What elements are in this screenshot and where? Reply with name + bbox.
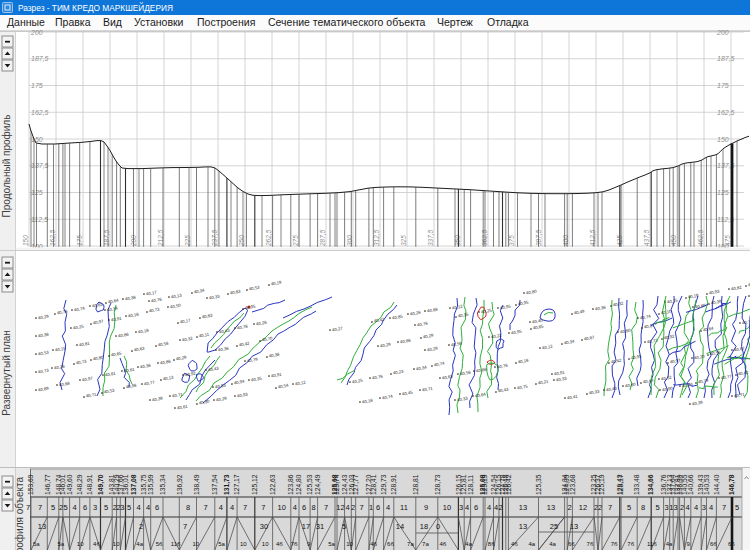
svg-text:11б: 11б	[171, 541, 181, 547]
svg-text:7: 7	[26, 503, 30, 512]
svg-text:146,78: 146,78	[728, 474, 736, 495]
svg-text:5б: 5б	[156, 541, 163, 547]
svg-text:6: 6	[474, 503, 478, 512]
svg-text:148,29: 148,29	[76, 474, 83, 495]
svg-text:30: 30	[260, 522, 268, 531]
svg-text:3: 3	[459, 503, 463, 512]
svg-text:212,5: 212,5	[157, 229, 164, 247]
svg-text:7а: 7а	[407, 541, 414, 547]
svg-text:Правка: Правка	[55, 16, 91, 28]
svg-text:126,42: 126,42	[505, 474, 512, 495]
svg-text:7: 7	[324, 503, 328, 512]
svg-text:125,74: 125,74	[333, 474, 340, 495]
svg-text:5: 5	[51, 503, 55, 512]
svg-text:4а: 4а	[666, 541, 673, 547]
svg-text:2: 2	[498, 503, 502, 512]
svg-text:4: 4	[487, 503, 491, 512]
svg-text:Установки: Установки	[134, 16, 184, 28]
svg-text:25: 25	[550, 522, 558, 531]
svg-text:4: 4	[146, 503, 150, 512]
svg-text:128,81: 128,81	[412, 474, 419, 495]
svg-text:6б: 6б	[710, 541, 717, 547]
svg-text:6: 6	[155, 503, 159, 512]
svg-text:3: 3	[120, 503, 124, 512]
svg-text:31: 31	[316, 522, 324, 531]
svg-text:124,49: 124,49	[314, 474, 321, 495]
svg-text:135,75: 135,75	[140, 474, 147, 495]
svg-text:8б: 8б	[488, 541, 495, 547]
svg-text:профиля объекта: профиля объекта	[14, 477, 25, 550]
svg-text:3: 3	[664, 503, 668, 512]
svg-text:Построения: Построения	[197, 16, 255, 28]
svg-text:6б: 6б	[387, 541, 394, 547]
svg-text:9: 9	[424, 503, 428, 512]
svg-text:10: 10	[240, 541, 247, 547]
svg-text:4б: 4б	[93, 541, 100, 547]
svg-text:8: 8	[186, 503, 190, 512]
svg-text:128,17: 128,17	[617, 474, 624, 495]
svg-text:5а: 5а	[33, 541, 40, 547]
svg-text:10: 10	[192, 541, 199, 547]
svg-text:8: 8	[311, 503, 315, 512]
svg-text:387,5: 387,5	[535, 229, 542, 246]
svg-text:187,5: 187,5	[103, 229, 110, 246]
svg-text:Сечение тематического объекта: Сечение тематического объекта	[268, 16, 426, 28]
svg-text:7б: 7б	[587, 541, 594, 547]
svg-text:134,66: 134,66	[647, 474, 655, 495]
svg-text:175: 175	[31, 82, 43, 89]
svg-text:4а: 4а	[528, 541, 535, 547]
svg-text:10: 10	[346, 541, 353, 547]
svg-text:6: 6	[83, 503, 87, 512]
svg-text:7: 7	[360, 503, 364, 512]
svg-text:200: 200	[716, 29, 729, 36]
svg-text:3: 3	[673, 503, 677, 512]
svg-text:4б: 4б	[276, 541, 283, 547]
svg-text:350: 350	[454, 235, 461, 246]
svg-text:136,92: 136,92	[176, 474, 183, 495]
svg-text:5а: 5а	[218, 541, 225, 547]
svg-text:7: 7	[261, 503, 265, 512]
svg-text:187,5: 187,5	[717, 55, 735, 62]
svg-text:125,19: 125,19	[598, 474, 605, 495]
svg-text:4б: 4б	[439, 541, 446, 547]
svg-text:7а: 7а	[422, 541, 429, 547]
svg-text:187,5: 187,5	[31, 55, 49, 62]
svg-text:5: 5	[627, 503, 631, 512]
svg-text:7: 7	[722, 503, 726, 512]
svg-text:7: 7	[183, 522, 187, 531]
svg-text:123,86: 123,86	[287, 474, 294, 495]
svg-text:137,54: 137,54	[211, 474, 218, 495]
svg-text:128,91: 128,91	[390, 474, 397, 495]
svg-text:475: 475	[724, 235, 731, 246]
svg-text:3: 3	[702, 503, 706, 512]
svg-text:6: 6	[376, 503, 380, 512]
svg-text:7б: 7б	[291, 541, 298, 547]
svg-text:4: 4	[73, 503, 77, 512]
svg-text:425: 425	[616, 235, 623, 246]
svg-text:131,73: 131,73	[223, 474, 231, 495]
svg-text:14: 14	[396, 522, 404, 531]
svg-text:225: 225	[184, 235, 191, 247]
svg-text:150: 150	[22, 235, 29, 246]
svg-text:Развернутый план: Развернутый план	[1, 330, 12, 416]
svg-text:Вид: Вид	[103, 16, 122, 28]
svg-text:237,5: 237,5	[211, 229, 218, 247]
svg-text:162,5: 162,5	[31, 109, 49, 116]
svg-text:200: 200	[30, 29, 43, 36]
svg-text:135,34: 135,34	[159, 474, 166, 495]
svg-text:Продольный профиль: Продольный профиль	[1, 115, 12, 218]
svg-text:5а: 5а	[328, 541, 335, 547]
svg-text:5: 5	[104, 503, 108, 512]
svg-text:150: 150	[717, 136, 729, 143]
svg-text:4: 4	[465, 503, 469, 512]
svg-text:337,5: 337,5	[427, 229, 434, 246]
svg-text:2: 2	[680, 503, 684, 512]
svg-text:146,77: 146,77	[44, 474, 51, 495]
svg-text:125,53: 125,53	[306, 474, 313, 495]
svg-text:4б: 4б	[511, 541, 518, 547]
svg-text:Отладка: Отладка	[487, 16, 529, 28]
svg-text:129,73: 129,73	[380, 474, 387, 495]
svg-text:5а: 5а	[57, 541, 64, 547]
svg-text:162,5: 162,5	[49, 229, 56, 246]
svg-text:362,5: 362,5	[481, 229, 488, 246]
